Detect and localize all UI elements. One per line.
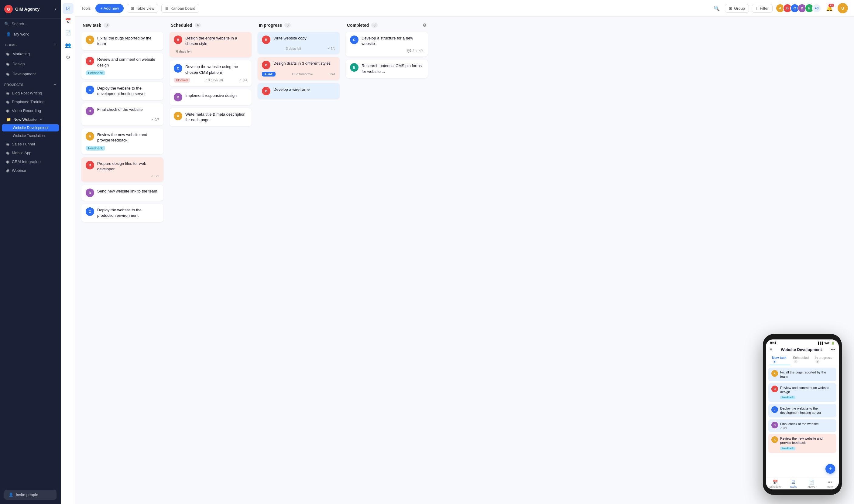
card-responsive[interactable]: D Implement responsive design xyxy=(170,89,251,105)
card-avatar: B xyxy=(262,87,271,95)
asap-badge: ASAP xyxy=(262,72,276,76)
sidebar-item-website-translation[interactable]: Website Translation xyxy=(2,132,59,139)
phone-more-icon[interactable]: ••• xyxy=(831,347,835,352)
phone-card-4[interactable]: D Final check of the website ✓ 0/7 xyxy=(768,419,836,432)
phone-nav-notes[interactable]: 📄 Notes xyxy=(802,479,821,489)
calendar-icon-panel[interactable]: 📅 xyxy=(63,15,73,26)
phone-card-content: Fix all the bugs reported by the team xyxy=(780,370,833,379)
phone-fab-button[interactable]: + xyxy=(825,464,835,474)
sidebar-bottom: 👤 Invite people xyxy=(0,485,61,504)
settings-icon-panel[interactable]: ⚙ xyxy=(63,52,73,62)
card-design-drafts[interactable]: B Design drafts in 3 different styles AS… xyxy=(258,57,339,80)
card-structure[interactable]: C Develop a structure for a new website … xyxy=(346,32,428,56)
phone-nav-schedule[interactable]: 📅 Schedule xyxy=(766,479,784,489)
completed-count: 3 xyxy=(371,23,378,28)
completed-settings-icon[interactable]: ⚙ xyxy=(423,23,426,28)
card-avatar: B xyxy=(86,57,94,65)
user-avatar[interactable]: U xyxy=(838,3,848,13)
teams-label: Teams xyxy=(4,43,17,47)
my-work-label: My work xyxy=(14,32,29,36)
new-website-chevron: ▾ xyxy=(40,118,42,122)
card-write-copy[interactable]: B Write website copy 3 days left ✓ 1/3 xyxy=(258,32,339,54)
org-header[interactable]: G GIM Agency ▾ xyxy=(0,0,61,19)
phone-tab-scheduled[interactable]: Scheduled 4 xyxy=(790,354,813,365)
phone-tab-in-progress[interactable]: In progress 3 xyxy=(813,354,835,365)
phone-card-3[interactable]: C Deploy the website to the development … xyxy=(768,404,836,417)
sidebar-item-sales-funnel[interactable]: ◉Sales Funnel xyxy=(2,140,59,148)
tasks-icon-panel[interactable]: ☑ xyxy=(63,3,73,14)
search-button[interactable]: 🔍 xyxy=(712,3,722,13)
notes-label: Notes xyxy=(808,485,815,488)
add-team-button[interactable]: + xyxy=(53,42,56,48)
invite-icon: 👤 xyxy=(8,492,13,497)
notification-button[interactable]: 🔔 12 xyxy=(824,3,835,13)
card-title: Fix all the bugs reported by the team xyxy=(97,36,159,47)
card-deploy-dev[interactable]: C Deploy the website to the development … xyxy=(82,82,163,100)
group-button[interactable]: ⊞ Group xyxy=(725,4,749,13)
card-design-website[interactable]: B Design the entire website in a chosen … xyxy=(170,32,251,57)
docs-icon-panel[interactable]: 📄 xyxy=(63,27,73,38)
card-final-check[interactable]: D Final check of the website ✓ 0/7 xyxy=(82,103,163,125)
sidebar-item-design[interactable]: ◉ Design xyxy=(2,59,59,69)
phone-card-1[interactable]: A Fix all the bugs reported by the team xyxy=(768,368,836,381)
card-develop-cms[interactable]: C Develop the website using the chosen C… xyxy=(170,60,251,86)
card-send-link[interactable]: D Send new website link to the team xyxy=(82,185,163,201)
card-avatar: C xyxy=(350,36,359,44)
card-title: Implement responsive design xyxy=(185,93,237,98)
completed-title: Completed xyxy=(347,23,369,28)
column-header-in-progress: In progress 3 xyxy=(258,23,339,32)
card-research-cms[interactable]: E Research potential CMS platforms for w… xyxy=(346,59,428,78)
people-icon-panel[interactable]: 👥 xyxy=(63,39,73,50)
card-prepare-design[interactable]: B Prepare design files for web developer… xyxy=(82,157,163,182)
sidebar-item-blog-post-writing[interactable]: ◉Blog Post Writing xyxy=(2,89,59,97)
phone-nav-tasks[interactable]: ☑ Tasks xyxy=(784,479,802,489)
add-project-button[interactable]: + xyxy=(53,82,56,87)
phone-tab-new-task[interactable]: New task 8 xyxy=(769,354,790,365)
notes-icon: 📄 xyxy=(809,480,814,485)
sidebar-item-new-website[interactable]: 📁New Website ▾ xyxy=(2,115,59,124)
toolbar-right: 🔍 ⊞ Group ⫶ Filter A B C D E +3 🔔 12 U xyxy=(712,3,848,13)
filter-button[interactable]: ⫶ Filter xyxy=(752,4,772,13)
card-check: ✓ 1/3 xyxy=(327,47,335,50)
sidebar-item-crm-integration[interactable]: ◉CRM Integration xyxy=(2,158,59,166)
phone-card-title: Deploy the website to the development ho… xyxy=(780,406,833,415)
folder-icon: 📁 xyxy=(6,117,11,122)
phone-card-5[interactable]: A Review the new website and provide fee… xyxy=(768,434,836,453)
card-avatar: A xyxy=(86,36,94,44)
card-title: Develop a structure for a new website xyxy=(362,36,423,47)
sidebar-item-video-recording[interactable]: ◉Video Recording xyxy=(2,107,59,115)
card-review-new[interactable]: A Review the new website and provide fee… xyxy=(82,128,163,154)
card-title: Review the new website and provide feedb… xyxy=(97,132,159,143)
sidebar-item-development[interactable]: ◉ Development xyxy=(2,69,59,79)
sidebar-item-marketing[interactable]: ◉ Marketing xyxy=(2,49,59,59)
phone-card-2[interactable]: B Review and comment on website design F… xyxy=(768,383,836,402)
phone-card-title: Review and comment on website design xyxy=(780,385,833,394)
card-fix-bugs[interactable]: A Fix all the bugs reported by the team xyxy=(82,32,163,50)
tasks-icon: ☑ xyxy=(791,480,795,485)
my-work-item[interactable]: 👤 My work xyxy=(2,30,59,39)
card-deploy-prod[interactable]: C Deploy the website to the production e… xyxy=(82,204,163,222)
column-in-progress: In progress 3 B Write website copy 3 day… xyxy=(258,23,339,498)
phone-nav-more[interactable]: ••• More xyxy=(821,479,839,489)
sidebar-item-website-development[interactable]: Website Development xyxy=(2,124,59,131)
card-wireframe[interactable]: B Develop a wireframe xyxy=(258,83,339,99)
tasks-label: Tasks xyxy=(789,485,797,488)
search-bar[interactable]: 🔍 Search... xyxy=(0,19,61,29)
card-title: Write website copy xyxy=(274,36,307,41)
table-view-button[interactable]: ⊞ Table view xyxy=(127,4,158,13)
card-title: Deploy the website to the production env… xyxy=(97,208,159,218)
card-meta: ✓ 0/2 xyxy=(151,174,159,178)
in-progress-cards: B Write website copy 3 days left ✓ 1/3 B… xyxy=(258,32,339,99)
column-header-completed: Completed 3 ⚙ xyxy=(346,23,428,32)
invite-people-button[interactable]: 👤 Invite people xyxy=(4,490,56,500)
card-check: ✓ 0/4 xyxy=(239,78,247,82)
new-task-count: 8 xyxy=(104,23,110,28)
kanban-board-button[interactable]: ⊟ Kanban board xyxy=(161,4,199,13)
card-review-comment[interactable]: B Review and comment on website design F… xyxy=(82,53,163,79)
sidebar-item-employee-training[interactable]: ◉Employee Training xyxy=(2,98,59,106)
sidebar-item-webinar[interactable]: ◉Webinar xyxy=(2,166,59,175)
card-meta-title[interactable]: A Write meta title & meta description fo… xyxy=(170,108,251,126)
add-new-button[interactable]: + Add new xyxy=(95,4,124,13)
phone-menu-icon[interactable]: ≡ xyxy=(769,347,772,352)
sidebar-item-mobile-app[interactable]: ◉Mobile App xyxy=(2,149,59,157)
